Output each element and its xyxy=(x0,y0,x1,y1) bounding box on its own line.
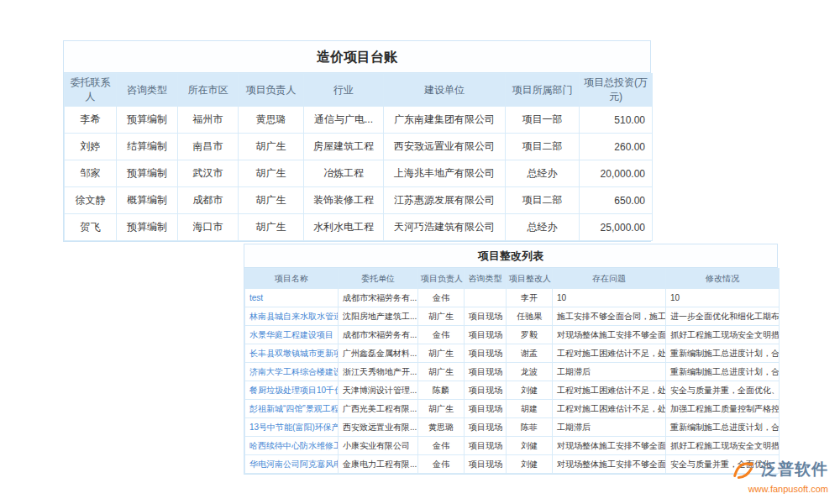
table-cell: 抓好工程施工现场安全文明措施... xyxy=(666,326,780,344)
table-cell: 项目二部 xyxy=(506,187,580,214)
fanpu-logo-icon xyxy=(731,457,756,482)
table-cell: 黄思璐 xyxy=(418,418,465,437)
table-cell: 10 xyxy=(553,289,666,307)
table-cell: 胡广生 xyxy=(418,307,465,326)
project-link[interactable]: 哈西续待中心防水维修工程 xyxy=(245,437,339,455)
project-link[interactable]: 济南大学工科综合楼建设 xyxy=(245,363,339,381)
table-row: 济南大学工科综合楼建设浙江天秀物地产开...胡广生项目现场龙波工期滞后重新编制施… xyxy=(245,363,780,381)
table-cell: 南昌市 xyxy=(178,134,239,160)
column-header: 委托单位 xyxy=(339,269,418,289)
column-header: 行业 xyxy=(304,74,384,107)
table-cell: 谢孟 xyxy=(507,344,553,363)
table-cell: 项目现场 xyxy=(465,307,507,326)
table-cell: 天河巧浩建筑有限公司 xyxy=(384,214,506,241)
project-link[interactable]: 水景华庭工程建设项目 xyxy=(245,326,339,344)
table-cell: 20,000.00 xyxy=(580,160,653,187)
table-cell: 总经办 xyxy=(506,214,580,241)
table-cell: 加强工程施工质量控制严格控制... xyxy=(666,400,780,418)
table-cell: 陈麟 xyxy=(418,381,465,400)
brand-name: 泛普软件 xyxy=(761,459,828,480)
table-cell: 总经办 xyxy=(506,160,580,187)
project-link[interactable]: 彭祖新城“四馆”景观工程 xyxy=(245,400,339,418)
table-cell: 冶炼工程 xyxy=(304,160,384,187)
table-cell: 黄思璐 xyxy=(239,107,304,134)
project-link[interactable]: 长丰县双墩镇城市更新项... xyxy=(245,344,339,363)
table-cell: 项目现场 xyxy=(465,363,507,381)
table-cell: 650.00 xyxy=(580,187,653,214)
table-row: 彭祖新城“四馆”景观工程广西光美工程有限...胡广生项目现场胡建工程对施工困难估… xyxy=(245,400,780,418)
table-cell: 项目现场 xyxy=(465,455,507,474)
table-cell: 广州鑫磊金属材料... xyxy=(339,344,418,363)
table-cell: 刘健 xyxy=(507,437,553,455)
table-cell: 25,000.00 xyxy=(580,214,653,241)
table-cell: 西安致远置业有限公司 xyxy=(384,134,506,160)
brand-url: www.fanpusoft.com xyxy=(748,484,828,494)
table-row: 刘婷结算编制南昌市胡广生房屋建筑工程西安致远置业有限公司项目二部260.00 xyxy=(65,134,653,160)
column-header: 项目负责人 xyxy=(418,269,465,289)
table-cell: 重新编制施工总进度计划，合理... xyxy=(666,344,780,363)
project-link[interactable]: test xyxy=(245,289,339,307)
table-cell: 成都市宋福劳务有... xyxy=(339,326,418,344)
table-cell: 概算编制 xyxy=(117,187,178,214)
table-cell: 刘健 xyxy=(507,455,553,474)
column-header: 建设单位 xyxy=(384,74,506,107)
table-cell: 水利水电工程 xyxy=(304,214,384,241)
table-cell: 对现场整体施工安排不够全面合... xyxy=(553,437,666,455)
table-cell: 项目现场 xyxy=(465,381,507,400)
table-cell: 成都市 xyxy=(178,187,239,214)
table-cell: 贺飞 xyxy=(65,214,117,241)
table-cell: 项目一部 xyxy=(506,107,580,134)
table-cell: 陈菲 xyxy=(507,418,553,437)
table-cell: 胡广生 xyxy=(239,134,304,160)
ledger-title: 造价项目台账 xyxy=(64,41,650,73)
table-cell: 上海兆丰地产有限公司 xyxy=(384,160,506,187)
table-cell: 预算编制 xyxy=(117,107,178,134)
table-row: 徐文静概算编制成都市胡广生装饰装修工程江苏惠源发展有限公司项目二部650.00 xyxy=(65,187,653,214)
table-cell: 工程对施工困难估计不足，处区... xyxy=(553,400,666,418)
table-cell: 工程对施工困难估计不足，处区... xyxy=(553,344,666,363)
rectify-title: 项目整改列表 xyxy=(244,244,777,268)
table-cell: 龙波 xyxy=(507,363,553,381)
table-cell: 任驰果 xyxy=(507,307,553,326)
table-cell: 小康实业有限公司 xyxy=(339,437,418,455)
table-row: 13号中节能(富阳)环保产...西安致远置业有限...黄思璐项目现场陈菲工期滞后… xyxy=(245,418,780,437)
column-header: 咨询类型 xyxy=(465,269,507,289)
table-cell: 工期滞后 xyxy=(553,418,666,437)
table-cell: 海口市 xyxy=(178,214,239,241)
table-cell xyxy=(465,289,507,307)
table-row: 哈西续待中心防水维修工程小康实业有限公司金伟项目现场刘健对现场整体施工安排不够全… xyxy=(245,437,780,455)
table-row: 李希预算编制福州市黄思璐通信与广电...广东南建集团有限公司项目一部510.00 xyxy=(65,107,653,134)
table-cell: 刘健 xyxy=(507,381,553,400)
table-cell: 预算编制 xyxy=(117,214,178,241)
table-cell: 金康电力工程有限... xyxy=(339,455,418,474)
column-header: 委托联系人 xyxy=(65,74,117,107)
table-cell: 项目现场 xyxy=(465,344,507,363)
table-row: 水景华庭工程建设项目成都市宋福劳务有...金伟项目现场罗毅对现场整体施工安排不够… xyxy=(245,326,780,344)
table-cell: 安全与质量并重，全面优化、细... xyxy=(666,381,780,400)
ledger-panel: 造价项目台账 委托联系人咨询类型所在市区项目负责人行业建设单位项目所属部门项目总… xyxy=(63,40,651,242)
project-link[interactable]: 餐厨垃圾处理项目10千伏... xyxy=(245,381,339,400)
table-cell: 胡广生 xyxy=(239,214,304,241)
table-cell: 工程对施工困难估计不足，处区... xyxy=(553,381,666,400)
column-header: 项目总投资(万元) xyxy=(580,74,653,107)
project-link[interactable]: 13号中节能(富阳)环保产... xyxy=(245,418,339,437)
table-cell: 广西光美工程有限... xyxy=(339,400,418,418)
table-cell: 工期滞后 xyxy=(553,363,666,381)
table-row: 林南县城自来水取水管道...沈阳房地产建筑工...胡广生项目现场任驰果施工安排不… xyxy=(245,307,780,326)
table-cell: 10 xyxy=(666,289,780,307)
table-cell: 金伟 xyxy=(418,455,465,474)
table-cell: 通信与广电... xyxy=(304,107,384,134)
table-cell: 胡广生 xyxy=(239,160,304,187)
table-cell: 胡建 xyxy=(507,400,553,418)
table-cell: 罗毅 xyxy=(507,326,553,344)
table-row: 长丰县双墩镇城市更新项...广州鑫磊金属材料...胡广生项目现场谢孟工程对施工困… xyxy=(245,344,780,363)
table-cell: 浙江天秀物地产开... xyxy=(339,363,418,381)
table-cell: 房屋建筑工程 xyxy=(304,134,384,160)
table-cell: 金伟 xyxy=(418,437,465,455)
project-link[interactable]: 华电河南公司阿克塞风电... xyxy=(245,455,339,474)
table-cell: 天津博润设计管理... xyxy=(339,381,418,400)
project-link[interactable]: 林南县城自来水取水管道... xyxy=(245,307,339,326)
ledger-table: 委托联系人咨询类型所在市区项目负责人行业建设单位项目所属部门项目总投资(万元)李… xyxy=(64,73,653,241)
table-cell: 项目现场 xyxy=(465,418,507,437)
column-header: 项目所属部门 xyxy=(506,74,580,107)
